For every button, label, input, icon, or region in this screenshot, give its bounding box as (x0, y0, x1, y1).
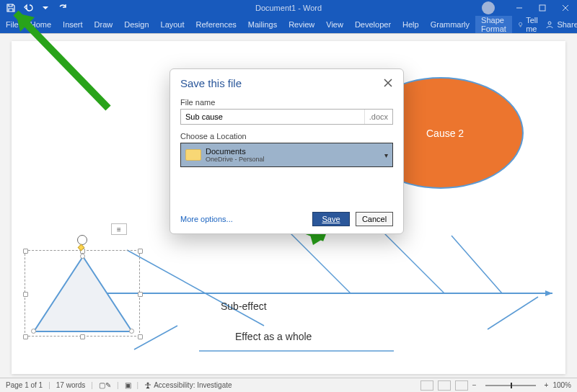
svg-line-8 (452, 236, 502, 293)
svg-line-7 (379, 228, 444, 293)
redo-icon[interactable] (56, 1, 69, 14)
qat-more-icon[interactable] (39, 1, 52, 14)
file-name-label: File name (180, 98, 393, 107)
location-dropdown[interactable]: Documents OneDrive - Personal ▾ (180, 143, 393, 167)
tab-view[interactable]: View (320, 16, 349, 33)
tab-home[interactable]: Home (25, 16, 57, 33)
window-title: Document1 - Word (255, 4, 322, 12)
triangle-shape-selected[interactable] (25, 250, 140, 337)
more-options-link[interactable]: More options... (180, 215, 233, 223)
svg-point-2 (548, 22, 551, 24)
lightbulb-icon (518, 20, 523, 29)
sub-effect-label: Sub-effect (221, 300, 267, 312)
tab-help[interactable]: Help (397, 16, 425, 33)
tab-layout[interactable]: Layout (155, 16, 190, 33)
user-block[interactable] (477, 1, 502, 14)
undo-icon[interactable] (22, 1, 35, 14)
svg-point-17 (147, 382, 149, 384)
svg-marker-4 (545, 290, 552, 296)
zoom-in-button[interactable]: + (545, 381, 549, 389)
maximize-button[interactable] (531, 0, 554, 16)
svg-line-9 (488, 297, 538, 329)
save-dialog: Save this file File name .docx Choose a … (169, 68, 404, 234)
file-name-input[interactable] (181, 110, 364, 124)
tab-shape-format[interactable]: Shape Format (475, 16, 512, 33)
chevron-down-icon: ▾ (384, 151, 388, 159)
rotation-handle[interactable] (77, 235, 87, 245)
tab-design[interactable]: Design (118, 16, 154, 33)
tab-references[interactable]: References (190, 16, 242, 33)
status-page[interactable]: Page 1 of 1 (6, 381, 43, 389)
cause2-label: Cause 2 (426, 128, 464, 139)
status-bar: Page 1 of 1 | 17 words | ▢✎ | ▣ | Access… (0, 378, 577, 392)
dialog-title: Save this file (180, 77, 242, 89)
tab-insert[interactable]: Insert (57, 16, 89, 33)
title-bar: Document1 - Word (0, 0, 577, 16)
svg-line-5 (127, 250, 264, 326)
avatar (482, 1, 495, 14)
share-icon (545, 20, 554, 29)
save-button[interactable]: Save (312, 212, 350, 226)
tab-draw[interactable]: Draw (89, 16, 119, 33)
zoom-level[interactable]: 100% (552, 381, 571, 389)
accessibility-status[interactable]: Accessibility: Investigate (144, 381, 232, 389)
share-button[interactable]: Share (545, 20, 577, 29)
file-ext-label[interactable]: .docx (364, 110, 392, 124)
tab-mailings[interactable]: Mailings (242, 16, 283, 33)
minimize-button[interactable] (508, 0, 531, 16)
location-label: Choose a Location (180, 132, 393, 141)
save-icon[interactable] (4, 1, 17, 14)
svg-point-1 (519, 22, 521, 25)
zoom-out-button[interactable]: − (472, 381, 477, 389)
svg-rect-0 (539, 5, 545, 11)
layout-options-icon[interactable] (111, 223, 127, 235)
macro-icon[interactable]: ▣ (125, 381, 131, 389)
close-button[interactable] (554, 0, 577, 16)
web-layout-button[interactable] (455, 380, 468, 391)
cancel-button[interactable]: Cancel (356, 212, 393, 226)
effect-whole-label: Effect as a whole (235, 331, 312, 342)
tab-grammarly[interactable]: Grammarly (425, 16, 475, 33)
location-sub: OneDrive - Personal (206, 156, 265, 163)
spellcheck-icon[interactable]: ▢✎ (99, 381, 111, 389)
svg-marker-12 (34, 257, 132, 331)
tab-developer[interactable]: Developer (349, 16, 397, 33)
tell-me-button[interactable]: Tell me (518, 16, 542, 33)
accessibility-icon (144, 382, 151, 389)
folder-icon (185, 149, 201, 161)
tab-file[interactable]: File (0, 16, 25, 33)
focus-view-button[interactable] (420, 380, 433, 391)
ribbon-tabs: File Home Insert Draw Design Layout Refe… (0, 16, 577, 33)
close-icon[interactable] (380, 75, 396, 91)
status-words[interactable]: 17 words (56, 381, 86, 389)
print-layout-button[interactable] (438, 380, 451, 391)
tab-review[interactable]: Review (283, 16, 320, 33)
zoom-slider[interactable] (485, 385, 536, 386)
location-name: Documents (206, 147, 265, 156)
